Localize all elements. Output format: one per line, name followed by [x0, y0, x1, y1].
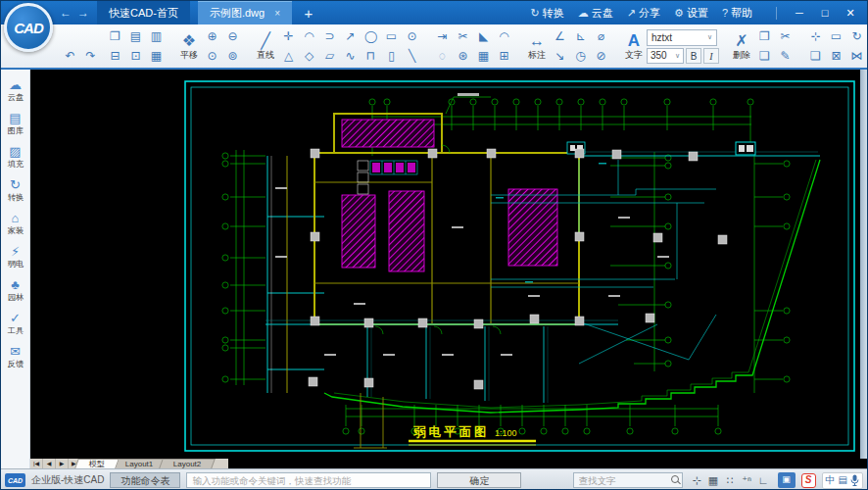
- copy-icon[interactable]: ❐: [754, 26, 775, 46]
- rectangle-icon[interactable]: ▭: [381, 26, 402, 46]
- line-tool-button[interactable]: ╱ 直线: [253, 32, 278, 61]
- close-tab-icon[interactable]: ×: [274, 8, 280, 19]
- radius-dim-icon[interactable]: ⊾: [570, 26, 591, 46]
- trim-icon[interactable]: ✂: [453, 26, 473, 46]
- share-button[interactable]: ↗ 分享: [627, 6, 660, 21]
- lock-icon[interactable]: ⊠: [826, 46, 846, 66]
- sidebar-item-convert[interactable]: ↻转换: [1, 174, 29, 208]
- font-select[interactable]: hztxt ∨: [647, 29, 717, 46]
- block-icon[interactable]: ⊞: [494, 46, 514, 66]
- zoom-window-icon[interactable]: ⊙: [202, 46, 222, 66]
- stretch-icon[interactable]: ⇥: [432, 26, 453, 46]
- rotate-icon[interactable]: ↻: [846, 26, 867, 46]
- forward-arrow-icon[interactable]: →: [77, 6, 89, 20]
- convert-button[interactable]: ↻ 转换: [531, 6, 564, 21]
- dot-grid-icon[interactable]: ∷: [722, 471, 739, 489]
- save-as-icon[interactable]: ▥: [146, 26, 167, 46]
- sidebar-item-cloud[interactable]: ☁云盘: [1, 74, 29, 108]
- sidebar-item-tools[interactable]: ✓工具: [1, 308, 29, 341]
- delete-button[interactable]: ✗ 删除: [729, 32, 754, 61]
- center-mark-icon[interactable]: ⊘: [591, 46, 611, 66]
- angular-dim-icon[interactable]: ∠: [550, 26, 570, 46]
- undo-icon[interactable]: ↶: [60, 46, 80, 66]
- zoom-extents-icon[interactable]: ⊚: [222, 46, 243, 66]
- tab-model[interactable]: 模型: [74, 459, 120, 468]
- sidebar-item-home-design[interactable]: ⌂家装: [1, 208, 29, 241]
- back-arrow-icon[interactable]: ←: [60, 6, 72, 20]
- help-button[interactable]: ? 帮助: [722, 6, 752, 21]
- revision-cloud-icon[interactable]: ⊃: [319, 26, 340, 46]
- array-icon[interactable]: ▦: [473, 46, 494, 66]
- arc-icon[interactable]: ◠: [299, 26, 319, 46]
- construction-line-icon[interactable]: ✛: [278, 26, 299, 46]
- move-icon[interactable]: ⊹: [805, 26, 826, 46]
- zoom-in-icon[interactable]: ⊕: [202, 26, 222, 46]
- format-brush-icon[interactable]: ✎: [775, 46, 796, 66]
- drawing-canvas[interactable]: 弱电平面图 1:100: [30, 70, 867, 459]
- fillet-icon[interactable]: ◠: [494, 26, 514, 46]
- circle-icon[interactable]: ◯: [361, 26, 381, 46]
- polygon-icon[interactable]: ◇: [299, 46, 319, 66]
- dimension-tool-button[interactable]: ↔ 标注: [524, 32, 550, 61]
- microphone-icon[interactable]: [850, 474, 859, 486]
- insert-image-icon[interactable]: ▦: [146, 46, 167, 66]
- new-tab-button[interactable]: +: [300, 5, 317, 22]
- sidebar-item-hatch[interactable]: ▨填充: [1, 141, 29, 174]
- text-tool-button[interactable]: A 文字: [621, 32, 647, 61]
- save-icon[interactable]: ▤: [125, 26, 146, 46]
- tab-layout2[interactable]: Layout2: [160, 459, 217, 468]
- command-list-button[interactable]: 功能命令表: [110, 472, 180, 488]
- ime-language-toggle[interactable]: 中: [826, 472, 836, 488]
- print-icon[interactable]: ⊟: [105, 46, 125, 66]
- hatch-icon[interactable]: ⊛: [453, 46, 473, 66]
- ortho-icon[interactable]: ∟: [755, 471, 772, 489]
- zoom-out-icon[interactable]: ⊖: [222, 26, 243, 46]
- close-button[interactable]: ✕: [840, 7, 861, 20]
- find-text-input[interactable]: [574, 473, 668, 487]
- minimize-button[interactable]: ─: [789, 7, 810, 20]
- paste-icon[interactable]: ❏: [754, 46, 775, 66]
- snap-icon[interactable]: ⊹: [689, 471, 705, 489]
- sidebar-item-low-voltage[interactable]: ⚡弱电: [1, 241, 29, 274]
- sidebar-item-landscape[interactable]: ♣园林: [1, 274, 29, 308]
- sidebar-item-feedback[interactable]: ✉反馈: [1, 341, 29, 374]
- search-icon[interactable]: [668, 473, 682, 487]
- chamfer-icon[interactable]: ◣: [473, 26, 494, 46]
- scale-icon[interactable]: ▭: [826, 26, 846, 46]
- xline-icon[interactable]: ╲: [402, 46, 422, 66]
- keyboard-icon[interactable]: ▤: [839, 472, 847, 488]
- diameter-dim-icon[interactable]: ⌀: [591, 26, 611, 46]
- tab-document[interactable]: 示例图.dwg ×: [198, 1, 292, 24]
- polyline-icon[interactable]: ↗: [340, 26, 361, 46]
- pan-tool-button[interactable]: ❖ 平移: [176, 32, 202, 61]
- parallelogram-icon[interactable]: ▱: [319, 46, 340, 66]
- spline-icon[interactable]: ∿: [340, 46, 361, 66]
- offset-icon[interactable]: ◌: [432, 46, 453, 66]
- ellipse-icon[interactable]: ⊙: [402, 26, 422, 46]
- maximize-button[interactable]: □: [814, 7, 836, 20]
- aligned-dim-icon[interactable]: ↘: [550, 46, 570, 66]
- arc-dim-icon[interactable]: ◷: [570, 46, 591, 66]
- export-image-icon[interactable]: ⊡: [125, 46, 146, 66]
- text-size-select[interactable]: 350 ∨: [647, 48, 684, 64]
- grid-icon[interactable]: ▦: [705, 471, 722, 489]
- object-snap-icon[interactable]: ⁺ⁿ: [739, 471, 755, 489]
- app-logo[interactable]: CAD: [4, 3, 53, 52]
- open-file-icon[interactable]: ❐: [105, 26, 125, 46]
- tab-home[interactable]: 快速CAD-首页: [97, 1, 190, 24]
- next-layout-button[interactable]: ▶: [56, 459, 69, 468]
- mirror-icon[interactable]: ⋈: [846, 46, 867, 66]
- prev-layout-button[interactable]: ◀: [43, 459, 56, 468]
- u-shape-icon[interactable]: ⊓: [361, 46, 381, 66]
- cloud-disk-button[interactable]: ☁ 云盘: [578, 6, 613, 21]
- bold-button[interactable]: B: [686, 48, 701, 64]
- redo-icon[interactable]: ↷: [80, 46, 101, 66]
- sidebar-item-gallery[interactable]: ▤图库: [1, 108, 29, 141]
- fullscreen-button[interactable]: ▣: [778, 472, 796, 488]
- clone-icon[interactable]: ❏: [805, 46, 826, 66]
- vertical-scrollbar[interactable]: [860, 70, 867, 459]
- sogou-ime-icon[interactable]: S: [801, 473, 816, 488]
- ok-button[interactable]: 确定: [437, 472, 521, 488]
- cut-icon[interactable]: ✂: [775, 26, 796, 46]
- first-layout-button[interactable]: |◀: [30, 459, 43, 468]
